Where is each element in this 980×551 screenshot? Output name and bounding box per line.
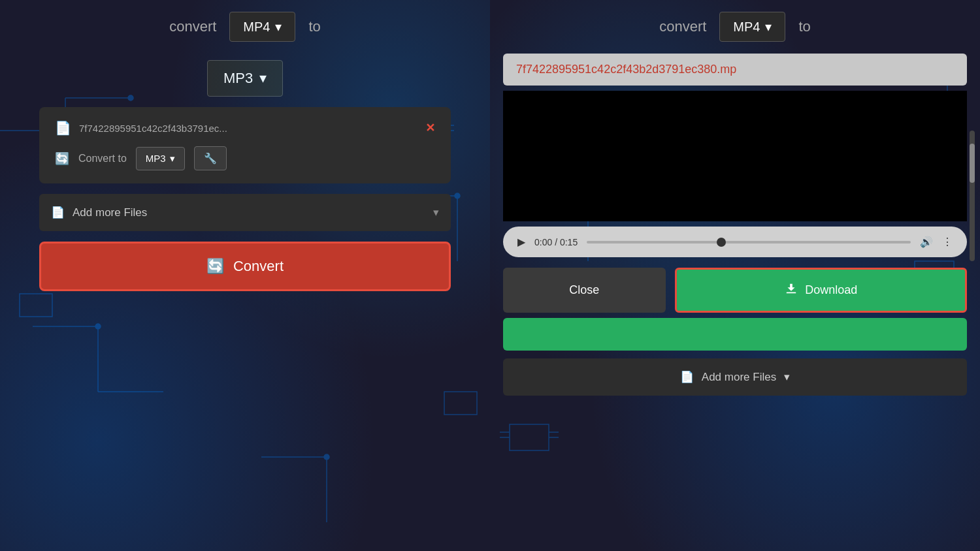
left-to-format-chevron: ▾ — [259, 70, 267, 87]
right-from-format-chevron: ▾ — [765, 19, 772, 35]
right-add-files-chevron: ▾ — [784, 370, 790, 384]
left-panel: convert MP4 ▾ to MP3 ▾ 📄 7f7422895951c42… — [0, 0, 490, 551]
left-file-row: 📄 7f7422895951c42c2f43b3791ec... ✕ — [55, 120, 435, 136]
left-to-label: to — [308, 18, 320, 35]
right-more-icon[interactable]: ⋮ — [942, 236, 953, 248]
left-from-format-label: MP4 — [243, 20, 270, 35]
right-download-icon — [784, 281, 798, 299]
right-action-row: Close Download — [503, 268, 967, 313]
right-audio-player: ▶ 0:00 / 0:15 🔊 ⋮ — [503, 227, 967, 257]
left-from-format-dropdown[interactable]: MP4 ▾ — [229, 12, 295, 42]
right-convert-label: convert — [659, 18, 706, 35]
left-file-name: 7f7422895951c42c2f43b3791ec... — [79, 123, 417, 134]
right-to-label: to — [798, 18, 810, 35]
right-progress-dot — [717, 238, 726, 247]
right-add-files-label: Add more Files — [702, 371, 776, 384]
left-settings-btn[interactable]: 🔧 — [194, 146, 227, 170]
left-convert-btn-label: Convert — [233, 258, 284, 275]
left-add-files-label: Add more Files — [73, 206, 147, 219]
left-to-format-dropdown[interactable]: MP3 ▾ — [207, 60, 283, 97]
right-filename-text: 7f7422895951c42c2f43b2d3791ec380.mp — [516, 63, 736, 76]
right-volume-icon[interactable]: 🔊 — [920, 236, 933, 248]
left-add-files-btn[interactable]: 📄 Add more Files ▾ — [39, 194, 451, 231]
right-scrollbar-thumb — [970, 144, 975, 183]
right-video-area — [503, 91, 967, 221]
left-convert-row: 🔄 Convert to MP3 ▾ 🔧 — [55, 146, 435, 170]
left-format-select-label: MP3 — [146, 153, 166, 164]
right-close-btn[interactable]: Close — [503, 268, 666, 313]
right-download-btn-label: Download — [805, 283, 857, 297]
right-filename-bar: 7f7422895951c42c2f43b2d3791ec380.mp — [503, 54, 967, 86]
svg-rect-35 — [787, 292, 796, 294]
right-time-display: 0:00 / 0:15 — [534, 237, 578, 247]
right-add-files-btn[interactable]: 📄 Add more Files ▾ — [503, 358, 967, 396]
right-close-btn-label: Close — [569, 283, 599, 296]
right-from-format-label: MP4 — [733, 20, 760, 35]
left-file-card: 📄 7f7422895951c42c2f43b3791ec... ✕ 🔄 Con… — [39, 107, 451, 183]
right-play-btn[interactable]: ▶ — [517, 236, 525, 248]
left-convert-btn[interactable]: 🔄 Convert — [39, 242, 451, 291]
left-file-close-btn[interactable]: ✕ — [425, 121, 435, 135]
left-format-select-chevron: ▾ — [170, 153, 175, 165]
left-convert-to-label: Convert to — [78, 153, 127, 165]
right-scrollbar[interactable] — [970, 131, 975, 261]
left-convert-label: convert — [169, 18, 216, 35]
right-add-files-icon: 📄 — [680, 370, 694, 384]
left-file-icon: 📄 — [55, 120, 71, 136]
right-download-btn[interactable]: Download — [675, 268, 967, 313]
right-header: convert MP4 ▾ to — [490, 0, 980, 54]
right-green-bar — [503, 318, 967, 351]
left-convert-icon: 🔄 — [55, 151, 69, 166]
left-to-format-label: MP3 — [223, 70, 253, 87]
right-progress-bar[interactable] — [587, 241, 911, 244]
left-add-files-chevron: ▾ — [433, 206, 439, 219]
left-format-select[interactable]: MP3 ▾ — [136, 147, 185, 170]
left-main-content: 📄 7f7422895951c42c2f43b3791ec... ✕ 🔄 Con… — [0, 97, 490, 551]
right-panel: convert MP4 ▾ to 7f7422895951c42c2f43b2d… — [490, 0, 980, 551]
left-header: convert MP4 ▾ to — [0, 0, 490, 54]
svg-rect-29 — [510, 424, 549, 450]
left-convert-btn-icon: 🔄 — [206, 258, 224, 275]
right-from-format-dropdown[interactable]: MP4 ▾ — [719, 12, 785, 42]
left-add-files-icon: 📄 — [51, 206, 65, 219]
left-from-format-chevron: ▾ — [275, 19, 282, 35]
